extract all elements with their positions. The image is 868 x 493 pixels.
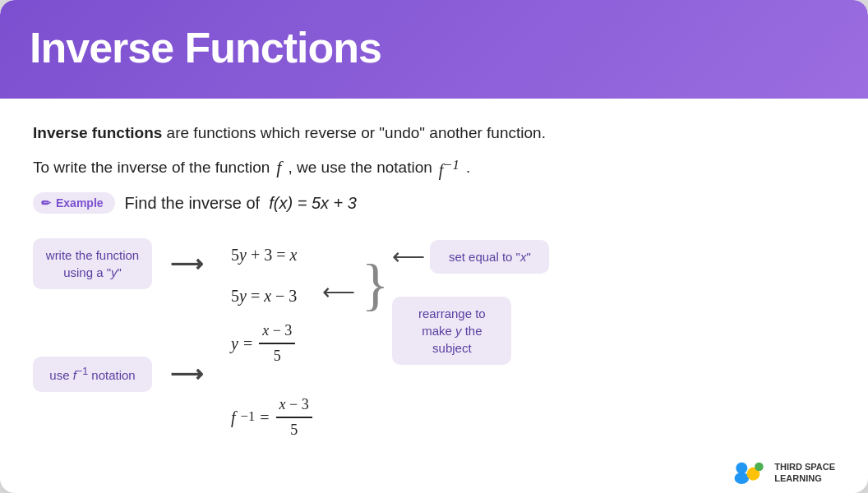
f-inv-symbol: f−1 [439,157,459,180]
intro-line1: Inverse functions are functions which re… [33,122,835,145]
fraction-denominator: 5 [270,344,284,368]
tsl-line1: THIRD SPACE [774,462,835,472]
page-title: Inverse Functions [30,23,838,72]
example-badge: ✏ Example [33,192,115,214]
footer: THIRD SPACE LEARNING [0,458,868,493]
rearrange-label: rearrange to make y the subject [392,297,511,365]
right-top: ⟵ } ⟵ set equal to "x" [322,240,550,365]
equation-2: 5y = x − 3 [231,283,297,309]
intro-bold: Inverse functions [33,124,162,141]
fraction-y: x − 3 5 [259,319,295,368]
intro-rest: are functions which reverse or "undo" an… [162,124,546,141]
fraction-finv: x − 3 5 [276,393,312,442]
example-text: Find the inverse of f(x) = 5x + 3 [125,194,357,213]
tsl-icon-svg [732,458,768,487]
tsl-logo: THIRD SPACE LEARNING [732,458,835,487]
equation-1: 5y + 3 = x [231,242,297,268]
brace-arrow-group: ⟵ } [322,240,390,314]
step1-label-row: write the function using a "y" ⟶ [33,238,215,289]
fraction-finv-denominator: 5 [287,418,301,442]
pencil-icon: ✏ [41,196,51,210]
svg-point-1 [735,472,750,484]
equation-4: f−1 = x − 3 5 [231,393,314,442]
math-center-col: 5y + 3 = x 5y = x − 3 y = x − 3 5 [215,232,314,441]
step1-label: write the function using a "y" [33,238,152,289]
intro-line2-mid: , we use the notation [288,159,432,177]
example-description: Find the inverse of [125,194,261,212]
arrow-right-1: ⟶ [170,251,203,278]
step2-label-row: use f−1 notation ⟶ [33,357,215,392]
card: Inverse Functions Inverse functions are … [0,0,868,493]
svg-point-0 [736,463,748,474]
left-labels-col: write the function using a "y" ⟶ use f−1… [33,232,215,392]
example-function: f(x) = 5x + 3 [269,194,357,212]
curly-brace: } [362,256,390,314]
content-area: Inverse functions are functions which re… [0,99,868,458]
arrow-left-equal: ⟵ [392,243,425,270]
fraction-finv-numerator: x − 3 [276,393,312,418]
example-label: Example [56,196,104,210]
fraction-numerator: x − 3 [259,319,295,344]
svg-point-3 [755,463,764,472]
intro-line2: To write the inverse of the function f ,… [33,157,835,180]
arrow-right-2: ⟶ [170,361,203,388]
steps-container: write the function using a "y" ⟶ use f−1… [33,232,835,441]
set-equal-label: set equal to "x" [430,240,549,274]
right-annotations: ⟵ } ⟵ set equal to "x" [322,232,550,365]
f-symbol: f [276,157,281,178]
example-row: ✏ Example Find the inverse of f(x) = 5x … [33,192,835,214]
intro-line2-end: . [466,159,470,177]
intro-line2-text: To write the inverse of the function [33,159,270,177]
step2-label: use f−1 notation [33,357,152,392]
header: Inverse Functions [0,0,868,99]
tsl-brand-text: THIRD SPACE LEARNING [774,461,835,485]
equation-3: y = x − 3 5 [231,319,297,368]
right-label-stack: ⟵ set equal to "x" rearrange to make y t… [392,240,549,365]
tsl-line2: LEARNING [774,473,821,483]
set-equal-row: ⟵ set equal to "x" [392,240,549,274]
arrow-left-rearrange: ⟵ [322,279,355,306]
rearrange-row: rearrange to make y the subject [392,297,549,365]
